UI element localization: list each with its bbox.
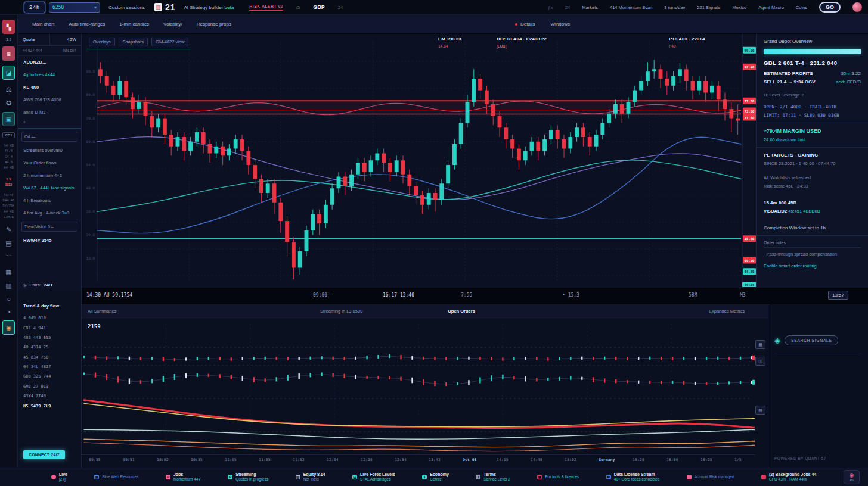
risk-alert-badge[interactable]: RISK-ALERT v2 — [249, 4, 283, 11]
legend-button-1[interactable]: Snapshots — [119, 38, 148, 46]
tick-strip-1-bar — [208, 357, 209, 360]
signature-icon[interactable]: ﹌ — [5, 253, 12, 262]
toolbar-details[interactable]: Details — [515, 21, 535, 27]
tick-strip-1-bar — [536, 357, 537, 360]
watchlist-row[interactable]: 4 — [18, 119, 81, 126]
countdown-box[interactable]: 13:57 — [828, 291, 848, 300]
status-item-5[interactable]: ⬓Live Forex LevelsSTAL Advantages — [352, 472, 395, 482]
watchlist-row[interactable]: AWS 708 T/S 4058 — [18, 94, 81, 106]
avatar[interactable] — [852, 2, 862, 12]
go-pill-logo[interactable]: GO — [819, 2, 841, 13]
candle-body — [208, 144, 212, 154]
signal-search-input[interactable]: SEARCH SIGNALS — [785, 335, 838, 345]
watchlist-row[interactable]: anno-D-M2 – — [18, 106, 81, 119]
toolbar-item-1[interactable]: Auto time-ranges — [69, 21, 105, 27]
watchlist-tab-42w[interactable]: 42W — [49, 34, 82, 45]
panel-mixed-link[interactable]: 45:451 4BBB0B — [787, 208, 820, 214]
watchlist-row[interactable]: Od — — [21, 132, 78, 142]
status-item-0[interactable]: Live[27] — [51, 472, 67, 482]
candle-body — [324, 205, 328, 223]
stamp-icon[interactable]: ▦ — [5, 268, 11, 276]
candlestick-chart[interactable]: 90.080.070.060.050.040.030.020.010.099.2… — [82, 34, 756, 288]
watchlist-row[interactable]: 4 h Breakouts — [18, 194, 81, 207]
indicator-tab-2[interactable]: Open Orders — [448, 309, 475, 314]
panel-toggle-icon[interactable]: ▥ — [154, 3, 162, 11]
topbar-menu-item-1[interactable]: 414 Momentum Scan — [610, 5, 652, 10]
panel-line-12[interactable]: 24.60 drawdown limit — [764, 137, 861, 142]
main-chart[interactable]: 90.080.070.060.050.040.030.020.010.099.2… — [82, 34, 756, 288]
toolbar-item-4[interactable]: Response props — [197, 21, 231, 27]
topbar-menu-item-0[interactable]: Markets — [582, 5, 598, 10]
shield-icon[interactable]: ✪ — [6, 99, 11, 107]
fx-icon[interactable]: ƒx — [548, 5, 553, 10]
candle-body — [272, 183, 277, 202]
panels-tile[interactable]: ▣ — [2, 112, 15, 126]
status-item-4[interactable]: ▥Equity 8.14Net Yield — [296, 472, 326, 482]
topbar-menu-item-4[interactable]: Mexico — [733, 5, 747, 10]
indicator-charts[interactable] — [82, 319, 755, 465]
gutter-icon-2[interactable]: ▤ — [755, 406, 765, 415]
watchlist-row[interactable]: TrendVision 6 – — [21, 222, 78, 232]
builder-link[interactable]: AI Strategy builder beta — [184, 5, 234, 10]
layers-icon[interactable]: ▥ — [5, 282, 11, 289]
watchlist-row[interactable]: 4g Indices 4×4# — [18, 68, 81, 81]
custom-sessions-label[interactable]: Custom sessions — [108, 5, 145, 10]
watchlist-row[interactable]: W4 67 · 444L Nov signals — [18, 182, 81, 194]
pencil-icon[interactable]: ✎ — [6, 226, 11, 233]
watchlist-subheader: 44 627 444NN 604 — [18, 46, 81, 56]
watchlist-row[interactable]: Screeners overview — [18, 144, 81, 157]
gutter-icon-0[interactable]: ▦ — [755, 340, 765, 349]
panel-line-28[interactable]: Enable smart order routing — [764, 263, 861, 269]
hours-icon[interactable]: 24 — [565, 5, 570, 10]
app-logo[interactable]: 24h — [24, 2, 45, 13]
watchlist-row[interactable]: AUDNZD… — [18, 56, 81, 68]
status-item-11[interactable]: (2) Background Jobs 44CPU 43% · RAM 44% — [761, 472, 816, 482]
watchlist-tab-quote[interactable]: Quote — [18, 34, 49, 45]
topbar-menu-item-2[interactable]: 3 runs/day — [664, 5, 685, 10]
fire-tile[interactable]: ◉ — [2, 320, 15, 335]
topbar-menu-item-5[interactable]: Agent Macro — [758, 5, 784, 10]
account-row-4: 45 834 750 — [18, 353, 81, 362]
tick-strip-2-bar — [581, 377, 582, 380]
gutter-icon-1[interactable]: ◫ — [755, 357, 765, 366]
avatar-tile[interactable]: ◙ — [2, 46, 15, 61]
connect-button[interactable]: CONNECT 24/7 — [23, 450, 65, 459]
toolbar-item-3[interactable]: Volatility/ — [163, 21, 182, 27]
watchlist-row[interactable]: HWW4Y 2545 — [18, 234, 81, 247]
chart-tile[interactable]: ◪ — [2, 66, 15, 80]
scale-icon[interactable]: ⚖ — [6, 86, 12, 94]
status-item-9[interactable]: ❶Data License Stream40+ Core feeds conne… — [606, 472, 659, 482]
toolbar-right: Details Windows — [515, 21, 868, 27]
status-item-1[interactable]: ▤Blue Web Resources — [94, 475, 138, 480]
status-item-8[interactable]: ▦Pro tools & licences — [537, 475, 579, 480]
door-icon[interactable]: ▤ — [5, 239, 11, 247]
chart-annotation-0: EM 198.2314.84 — [438, 36, 461, 48]
watchlist-row[interactable]: KL-4N0 — [18, 81, 81, 94]
rail-badge-7[interactable]: CD1 — [2, 132, 14, 138]
watchlist-row[interactable]: 2 h momentum 4×3 — [18, 169, 81, 182]
topbar-menu-item-3[interactable]: 221 Signals — [697, 5, 720, 10]
toolbar-item-0[interactable]: Main chart — [32, 21, 54, 27]
legend-button-0[interactable]: Overlays — [89, 38, 115, 46]
symbol-search[interactable]: 6250 ▾ — [49, 2, 100, 13]
watchlist-row[interactable]: 4 bar Avg · 4-week 3×3 — [18, 207, 81, 219]
status-item-7[interactable]: ⅰTermsService Level 2 — [476, 472, 510, 482]
status-end-box[interactable]: ◉am — [844, 470, 860, 484]
tick-strip-1-line — [84, 356, 752, 359]
indicator-tab-3[interactable]: Expanded Metrics — [709, 309, 745, 314]
status-item-10[interactable]: Account Risk managed — [687, 475, 734, 480]
indicator-tab-1[interactable]: Streaming in L3 8500 — [320, 309, 362, 314]
watchlist-row[interactable]: Your Order flows — [18, 157, 81, 169]
logo-tile[interactable]: ▚ — [2, 20, 15, 34]
circle-icon[interactable]: ○ — [7, 295, 11, 303]
toolbar-windows[interactable]: Windows — [551, 21, 570, 27]
indicator-tab-0[interactable]: All Summaries — [88, 309, 116, 314]
toolbar-item-2[interactable]: 1-min candles — [119, 21, 149, 27]
legend-button-2[interactable]: GM-4827 view — [151, 38, 188, 46]
clock-icon[interactable]: ◔ — [7, 309, 11, 316]
status-item-6[interactable]: ⅠEconomyCentre — [422, 472, 449, 482]
tick-strip-2-bar — [559, 377, 560, 381]
status-item-3[interactable]: RStreamingQuotes in progress — [228, 472, 268, 482]
topbar-menu-item-6[interactable]: Coins — [796, 5, 807, 10]
status-item-2[interactable]: PJobsMomentum 44Y — [166, 472, 201, 482]
